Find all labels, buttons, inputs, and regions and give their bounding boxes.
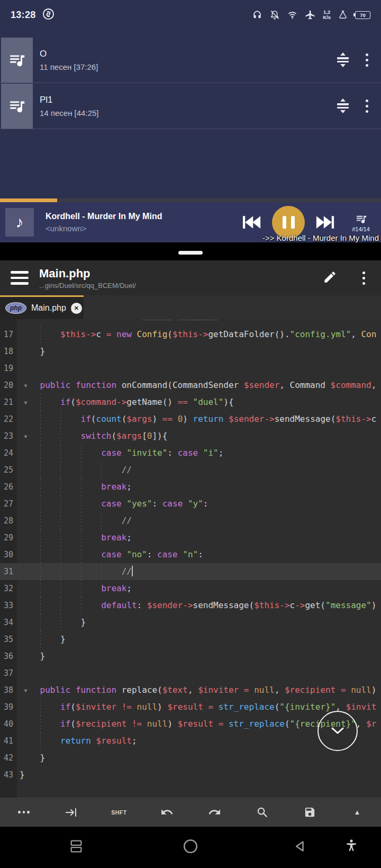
code-line[interactable]: 33 default: $sender->sendMessage($this->… bbox=[0, 597, 381, 614]
album-art-placeholder: ♪ bbox=[5, 208, 34, 237]
line-number: 32 bbox=[0, 580, 17, 597]
save-button[interactable] bbox=[286, 798, 333, 827]
code-line[interactable]: 17 $this->c = new Config($this->getDataF… bbox=[0, 326, 381, 343]
tab-main-php[interactable]: php Main.php ✕ bbox=[0, 295, 84, 319]
scroll-to-bottom-button[interactable] bbox=[318, 711, 358, 751]
code-line[interactable]: 18 } bbox=[0, 343, 381, 360]
code-line[interactable]: 32 break; bbox=[0, 580, 381, 597]
line-number: 17 bbox=[0, 326, 17, 343]
playlist-menu-button[interactable] bbox=[364, 51, 370, 69]
code-line[interactable]: 29 break; bbox=[0, 529, 381, 546]
track-title: Kordhell - Murder In My Mind bbox=[46, 212, 239, 221]
queue-music-icon bbox=[8, 97, 26, 115]
ellipsis-icon bbox=[18, 811, 30, 813]
next-track-button[interactable] bbox=[313, 214, 338, 230]
split-divider-handle[interactable] bbox=[178, 251, 203, 255]
code-line[interactable]: 28 // bbox=[0, 512, 381, 529]
code-line[interactable]: 31 // bbox=[0, 563, 381, 580]
shift-key-button[interactable]: SHFT bbox=[95, 798, 143, 827]
reorder-handle-icon[interactable] bbox=[337, 98, 349, 113]
fold-arrow-icon[interactable]: ▼ bbox=[23, 377, 28, 394]
accessibility-button[interactable] bbox=[344, 838, 358, 856]
code-line[interactable]: 26 break; bbox=[0, 478, 381, 495]
code-line[interactable]: —————— ———————— bbox=[0, 320, 381, 326]
code-line[interactable]: 42 } bbox=[0, 749, 381, 766]
tab-close-icon[interactable]: ✕ bbox=[71, 303, 82, 314]
notifications-off-icon bbox=[269, 10, 280, 20]
queue-button[interactable]: #14/14 bbox=[346, 213, 376, 232]
code-line[interactable]: 23▼ switch($args[0]){ bbox=[0, 428, 381, 445]
status-bar: 13:28 1,2 K/s bbox=[0, 0, 381, 30]
editor-overflow-menu-button[interactable] bbox=[360, 269, 367, 287]
code-lines: —————— ————————17 $this->c = new Config(… bbox=[0, 319, 381, 783]
line-number: 30 bbox=[0, 546, 17, 563]
clock: 13:28 bbox=[11, 10, 36, 21]
line-number: 28 bbox=[0, 512, 17, 529]
code-line[interactable]: 34 } bbox=[0, 614, 381, 631]
home-button[interactable] bbox=[183, 838, 198, 856]
editor-header: Main.php ...gins/Duel/src/qq_BCEM/Duel/ bbox=[0, 260, 381, 295]
playlist-row[interactable]: O 11 песен [37:26] bbox=[0, 37, 381, 83]
back-button[interactable] bbox=[294, 839, 308, 856]
line-number: 43 bbox=[0, 766, 17, 783]
previous-track-button[interactable] bbox=[239, 214, 264, 230]
reorder-handle-icon[interactable] bbox=[337, 52, 349, 67]
playlist-subtitle: 14 песен [44:25] bbox=[40, 108, 337, 117]
now-playing-info[interactable]: Kordhell - Murder In My Mind <unknown> bbox=[46, 212, 239, 233]
fold-arrow-icon[interactable]: ▼ bbox=[23, 428, 28, 445]
split-screen-divider bbox=[0, 242, 381, 260]
battery-indicator: 70 bbox=[355, 11, 370, 19]
undo-button[interactable] bbox=[143, 798, 190, 827]
progress-filled bbox=[0, 198, 57, 202]
android-navigation-bar bbox=[0, 827, 381, 868]
now-playing-ticker: ->> Kordhell - Murder In My Mind bbox=[262, 233, 379, 242]
save-icon bbox=[304, 806, 316, 818]
code-line[interactable]: 24 case "invite": case "i"; bbox=[0, 445, 381, 462]
code-line[interactable]: 19 bbox=[0, 360, 381, 377]
fold-arrow-icon[interactable]: ▼ bbox=[23, 682, 28, 699]
code-line[interactable]: 25 // bbox=[0, 462, 381, 478]
tab-key-icon bbox=[65, 807, 78, 818]
code-area[interactable]: —————— ————————17 $this->c = new Config(… bbox=[0, 319, 381, 798]
code-line[interactable]: 30 case "no": case "n": bbox=[0, 546, 381, 563]
edit-pencil-button[interactable] bbox=[323, 270, 337, 286]
line-number: 36 bbox=[0, 648, 17, 665]
line-number: 41 bbox=[0, 733, 17, 749]
line-number: 37 bbox=[0, 665, 17, 682]
menu-icon[interactable] bbox=[11, 269, 29, 287]
code-line[interactable]: 21▼ if($command->getName() == "duel"){ bbox=[0, 394, 381, 411]
code-line[interactable]: 27 case "yes": case "y": bbox=[0, 495, 381, 512]
playback-progress-bar[interactable] bbox=[0, 198, 381, 202]
playlist-row[interactable]: Pl1 14 песен [44:25] bbox=[0, 83, 381, 129]
fold-arrow-icon[interactable]: ▼ bbox=[23, 394, 28, 411]
queue-position: #14/14 bbox=[352, 226, 370, 232]
tab-key-button[interactable] bbox=[48, 798, 95, 827]
playlist-menu-button[interactable] bbox=[364, 97, 370, 115]
code-line[interactable]: 37 bbox=[0, 665, 381, 682]
code-line[interactable]: 43} bbox=[0, 766, 381, 783]
recent-apps-button[interactable] bbox=[69, 839, 84, 856]
pencil-icon bbox=[323, 270, 337, 284]
airplane-mode-icon bbox=[305, 10, 316, 21]
code-line[interactable]: 20▼ public function onCommand(CommandSen… bbox=[0, 377, 381, 394]
shazam-icon bbox=[42, 8, 55, 22]
code-line[interactable]: 38▼ public function replace($text, $invi… bbox=[0, 682, 381, 699]
wifi-icon bbox=[287, 10, 298, 20]
flask-icon bbox=[338, 10, 348, 20]
more-actions-button[interactable] bbox=[0, 798, 48, 827]
line-number: 26 bbox=[0, 478, 17, 495]
collapse-toolbar-button[interactable]: ▲ bbox=[333, 798, 381, 827]
text-cursor bbox=[132, 566, 133, 576]
search-icon bbox=[256, 806, 268, 818]
line-number: 38 bbox=[0, 682, 17, 699]
redo-icon bbox=[208, 806, 221, 819]
redo-button[interactable] bbox=[190, 798, 238, 827]
code-line[interactable]: 36 } bbox=[0, 648, 381, 665]
music-note-icon: ♪ bbox=[16, 213, 24, 231]
code-line[interactable]: 35 } bbox=[0, 631, 381, 648]
code-line[interactable]: 39 if($inviter != null) $result = str_re… bbox=[0, 699, 381, 716]
headset-icon bbox=[252, 10, 262, 20]
search-button[interactable] bbox=[238, 798, 286, 827]
code-line[interactable]: 22 if(count($args) == 0) return $sender-… bbox=[0, 411, 381, 428]
php-file-icon: php bbox=[5, 302, 26, 314]
